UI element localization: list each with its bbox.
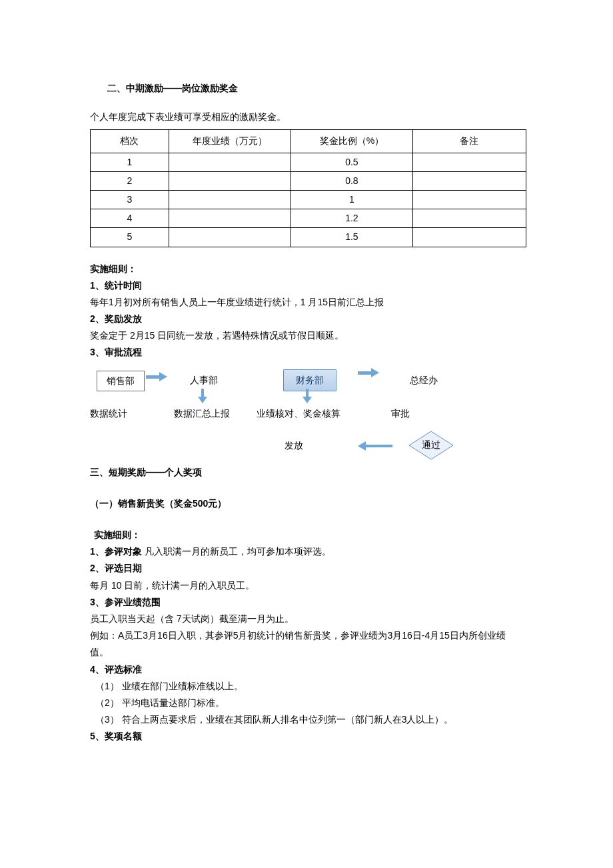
cell-note <box>412 171 526 190</box>
flow-label-sales: 数据统计 <box>90 405 127 422</box>
award-1-rule-1: 1、参评对象 凡入职满一月的新员工，均可参加本项评选。 <box>90 543 526 560</box>
th-note: 备注 <box>412 130 526 153</box>
cell-perf <box>169 209 291 228</box>
cell-tier: 5 <box>91 228 169 247</box>
rule-1-body: 每年1月初对所有销售人员上一年度业绩进行统计，1 月15日前汇总上报 <box>90 294 526 311</box>
award-1-rule-2-title: 2、评选日期 <box>90 560 526 577</box>
section-2-intro: 个人年度完成下表业绩可享受相应的激励奖金。 <box>90 109 526 125</box>
award-1-title: （一）销售新贵奖（奖金500元） <box>90 495 526 512</box>
flow-label-finance: 业绩核对、奖金核算 <box>257 405 340 422</box>
arrow-down-icon <box>304 389 310 403</box>
award-1-rule-3-title: 3、参评业绩范围 <box>90 594 526 611</box>
flow-node-ceo: 总经办 <box>410 372 438 389</box>
cell-ratio: 1.2 <box>291 209 412 228</box>
bonus-table: 档次 年度业绩（万元） 奖金比例（%） 备注 1 0.5 2 0.8 3 1 4 <box>90 129 526 247</box>
award-1-rule-5-title: 5、奖项名额 <box>90 728 526 745</box>
flow-label-hr: 数据汇总上报 <box>174 405 230 422</box>
approval-flow: 销售部 人事部 财务部 总经办 数据统计 数据汇总上报 业绩核对、奖金核算 审批… <box>90 367 526 460</box>
section-3-title: 三、短期奖励——个人奖项 <box>90 464 526 481</box>
cell-perf <box>169 228 291 247</box>
award-1-rules-heading: 实施细则： <box>90 527 526 543</box>
cell-tier: 2 <box>91 171 169 190</box>
cell-tier: 3 <box>91 190 169 209</box>
arrow-left-icon <box>358 443 392 449</box>
arrow-right-icon <box>358 369 379 377</box>
flow-diamond-pass: 通过 <box>408 431 454 460</box>
award-1-rule-2-body: 每月 10 日前，统计满一月的入职员工。 <box>90 577 526 594</box>
cell-note <box>412 190 526 209</box>
cell-perf <box>169 171 291 190</box>
rule-2-body: 奖金定于 2月15 日同统一发放，若遇特殊情况或节假日顺延。 <box>90 327 526 344</box>
award-1-rule-1-body: 凡入职满一月的新员工，均可参加本项评选。 <box>145 543 331 560</box>
arrow-down-icon <box>199 389 206 403</box>
flow-label-release: 发放 <box>285 437 303 454</box>
cell-note <box>412 153 526 171</box>
award-1-rule-1-title: 1、参评对象 <box>90 543 142 560</box>
th-tier: 档次 <box>91 130 169 153</box>
cell-ratio: 0.5 <box>291 153 412 171</box>
flow-diamond-label: 通过 <box>422 437 440 453</box>
flow-node-hr: 人事部 <box>190 372 218 389</box>
rules-heading: 实施细则： <box>90 261 526 277</box>
arrow-right-icon <box>146 373 167 381</box>
rule-1-title: 1、统计时间 <box>90 277 526 294</box>
th-ratio: 奖金比例（%） <box>291 130 412 153</box>
cell-ratio: 0.8 <box>291 171 412 190</box>
cell-tier: 1 <box>91 153 169 171</box>
th-perf: 年度业绩（万元） <box>169 130 291 153</box>
cell-ratio: 1.5 <box>291 228 412 247</box>
award-1-rule-4-title: 4、评选标准 <box>90 661 526 678</box>
award-1-rule-4-item1: （1） 业绩在部门业绩标准线以上。 <box>90 678 526 695</box>
cell-note <box>412 228 526 247</box>
award-1-rule-3-body2: 例如：A员工3月16日入职，其参评5月初统计的销售新贵奖，参评业绩为3月16日-… <box>90 627 526 661</box>
table-row: 3 1 <box>91 190 526 209</box>
section-2-title: 二、中期激励——岗位激励奖金 <box>90 80 526 97</box>
cell-perf <box>169 190 291 209</box>
table-row: 2 0.8 <box>91 171 526 190</box>
award-1-rule-4-item3: （3） 符合上两点要求后，业绩在其团队新人排名中位列第一（部门新人在3人以上）。 <box>90 711 526 728</box>
table-row: 5 1.5 <box>91 228 526 247</box>
flow-node-sales: 销售部 <box>97 371 145 391</box>
rule-2-title: 2、奖励发放 <box>90 311 526 327</box>
table-header-row: 档次 年度业绩（万元） 奖金比例（%） 备注 <box>91 130 526 153</box>
cell-perf <box>169 153 291 171</box>
table-row: 1 0.5 <box>91 153 526 171</box>
table-row: 4 1.2 <box>91 209 526 228</box>
award-1-rule-3-body1: 员工入职当天起（含 7天试岗）截至满一月为止。 <box>90 611 526 627</box>
cell-note <box>412 209 526 228</box>
flow-label-ceo: 审批 <box>391 405 410 422</box>
cell-ratio: 1 <box>291 190 412 209</box>
award-1-rule-4-item2: （2） 平均电话量达部门标准。 <box>90 695 526 711</box>
rule-3-title: 3、审批流程 <box>90 344 526 361</box>
cell-tier: 4 <box>91 209 169 228</box>
